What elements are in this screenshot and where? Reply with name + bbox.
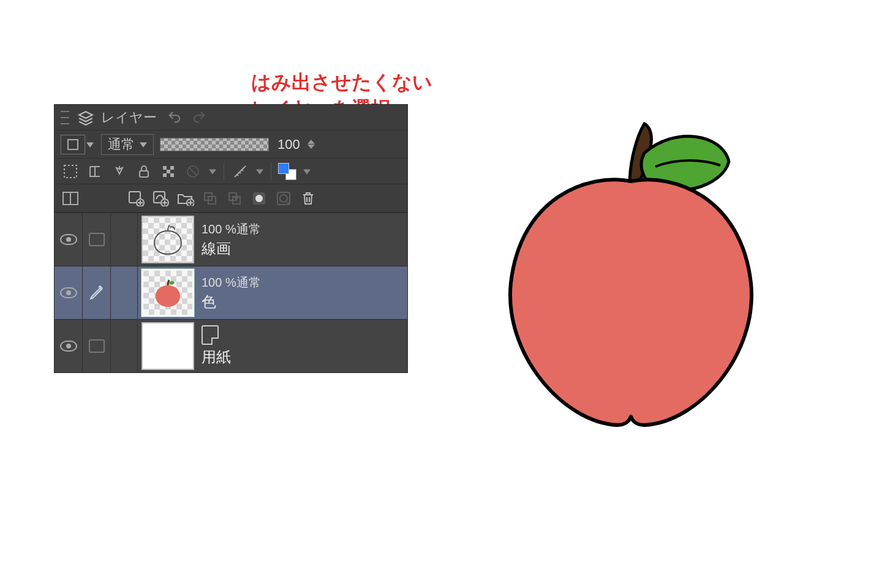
layer-color-swatch[interactable] [277,162,297,181]
layer-name: 色 [202,292,407,312]
layer-type-cell[interactable] [111,320,138,372]
enable-mask-icon[interactable] [183,162,203,181]
layer-type-cell[interactable] [111,213,138,266]
new-raster-layer-icon[interactable] [127,189,146,208]
delete-layer-icon[interactable] [298,189,318,208]
reference-layer-icon[interactable] [110,162,129,181]
create-mask-icon[interactable] [249,189,269,208]
palette-title: レイヤー [101,108,157,127]
lock-icon[interactable] [134,162,154,181]
clip-mask-icon[interactable] [85,162,105,181]
layer-toolbar-2 [55,184,407,213]
layer-thumb-color[interactable] [141,269,194,317]
layer-thumb-paper[interactable] [141,322,194,370]
layer-toolbar-1 [55,159,407,184]
separator [271,163,271,180]
visibility-toggle[interactable] [55,266,83,319]
lock-toggle[interactable] [83,213,111,266]
visibility-toggle[interactable] [55,213,83,266]
lockbox-icon [89,233,105,246]
layer-info[interactable]: 100 %通常 色 [198,266,407,319]
layer-info[interactable]: 用紙 [198,320,407,372]
layer-color-swatch-dropdown[interactable] [302,162,312,181]
layer-color-label-button[interactable] [61,135,85,154]
panel-layout-icon[interactable] [61,189,80,208]
eye-icon [60,341,77,352]
layer-item-color[interactable]: 100 %通常 色 [55,266,407,319]
pencil-icon [89,285,105,301]
mask-dropdown[interactable] [208,162,217,181]
layer-list: 100 %通常 線画 [55,213,407,372]
ruler-icon[interactable] [230,162,250,181]
selection-border-icon[interactable] [61,162,80,181]
new-folder-icon[interactable] [176,189,195,208]
opacity-slider[interactable] [160,138,269,151]
blend-row: 通常 100 [55,130,407,159]
eye-icon [60,287,77,298]
layer-type-cell[interactable] [111,266,138,319]
eye-icon [60,234,77,245]
transfer-down-icon[interactable] [200,189,220,208]
opacity-up[interactable] [307,140,315,144]
blend-mode-value: 通常 [108,135,135,154]
paper-icon [202,325,219,345]
layer-color-dropdown[interactable] [85,135,95,154]
lockbox-icon [89,339,105,353]
lock-transparency-icon[interactable] [159,162,178,181]
layer-item-lineart[interactable]: 100 %通常 線画 [55,213,407,266]
layer-name: 用紙 [202,347,407,367]
palette-header[interactable]: レイヤー [55,105,407,130]
svg-rect-7 [170,173,174,177]
layer-opacity-label: 100 %通常 [202,221,407,238]
layers-stack-icon [77,108,95,127]
layer-thumb-lineart[interactable] [141,216,194,263]
svg-rect-1 [64,165,77,178]
apply-mask-icon[interactable] [274,189,293,208]
redo-icon[interactable] [190,108,208,127]
layer-info[interactable]: 100 %通常 線画 [198,213,407,266]
lock-toggle[interactable] [83,320,111,372]
opacity-down[interactable] [307,145,315,149]
layer-item-paper[interactable]: 用紙 [55,319,407,372]
ruler-dropdown[interactable] [255,162,265,181]
separator [224,163,224,180]
layer-name: 線画 [202,239,407,258]
layers-palette: レイヤー 通常 100 [54,104,408,373]
new-vector-layer-icon[interactable] [151,189,171,208]
undo-icon[interactable] [165,108,184,127]
blend-mode-select[interactable]: 通常 [101,134,154,155]
merge-down-icon[interactable] [225,189,244,208]
svg-rect-6 [163,173,167,177]
annotation-line-1: はみ出させたくない [251,69,432,96]
svg-rect-2 [140,171,148,177]
layer-opacity-label: 100 %通常 [202,274,407,291]
svg-rect-5 [167,170,170,173]
drag-handle-icon[interactable] [61,111,69,124]
canvas-apple-artwork [472,105,790,448]
opacity-value: 100 [277,137,300,153]
svg-rect-4 [170,166,174,170]
visibility-toggle[interactable] [55,320,83,372]
lock-toggle[interactable] [83,266,111,319]
svg-point-18 [255,195,263,202]
svg-point-20 [280,195,287,202]
svg-rect-3 [163,166,167,170]
opacity-spinner[interactable] [307,140,315,149]
